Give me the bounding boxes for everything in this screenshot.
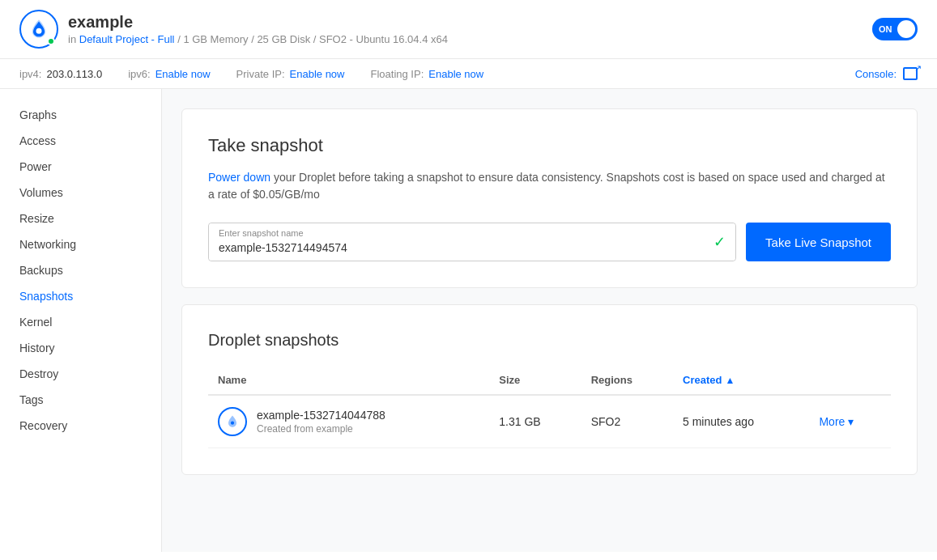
header-left: example in Default Project - Full / 1 GB… xyxy=(19,10,448,49)
ipv4-value: 203.0.113.0 xyxy=(46,68,102,80)
private-ip-item: Private IP: Enable now xyxy=(236,68,345,80)
console-icon: ↗ xyxy=(903,67,918,80)
project-link[interactable]: Default Project - Full xyxy=(79,33,175,45)
sidebar-item-recovery[interactable]: Recovery xyxy=(0,413,161,439)
floating-ip-enable-link[interactable]: Enable now xyxy=(428,68,483,80)
toggle-container: ON xyxy=(872,18,918,40)
sidebar-item-graphs[interactable]: Graphs xyxy=(0,102,161,128)
status-dot xyxy=(47,37,55,45)
console-link[interactable]: Console: ↗ xyxy=(855,67,918,80)
more-button[interactable]: More ▾ xyxy=(819,415,854,428)
sidebar-item-destroy[interactable]: Destroy xyxy=(0,361,161,387)
svg-point-1 xyxy=(231,422,234,425)
take-snapshot-card: Take snapshot Power down your Droplet be… xyxy=(181,108,918,288)
console-section: Console: ↗ xyxy=(855,67,918,80)
snapshot-regions: SFO2 xyxy=(581,395,673,448)
droplet-subtitle: in Default Project - Full / 1 GB Memory … xyxy=(68,33,448,45)
ipv6-item: ipv6: Enable now xyxy=(128,68,210,80)
snapshot-name-cell: example-1532714044788 Created from examp… xyxy=(208,395,489,448)
main-layout: Graphs Access Power Volumes Resize Netwo… xyxy=(0,89,937,552)
snapshot-input-label: Enter snapshot name xyxy=(219,228,304,238)
sort-arrow-icon: ▲ xyxy=(725,375,735,386)
sidebar-item-history[interactable]: History xyxy=(0,335,161,361)
table-row: example-1532714044788 Created from examp… xyxy=(208,395,891,448)
ipv4-label: ipv4: xyxy=(19,68,41,80)
sidebar-item-networking[interactable]: Networking xyxy=(0,231,161,257)
power-down-link[interactable]: Power down xyxy=(208,171,270,184)
power-toggle[interactable]: ON xyxy=(872,18,918,40)
sidebar-item-backups[interactable]: Backups xyxy=(0,257,161,283)
droplet-snapshots-title: Droplet snapshots xyxy=(208,331,891,350)
sidebar-item-volumes[interactable]: Volumes xyxy=(0,180,161,206)
svg-point-0 xyxy=(36,28,42,34)
toggle-label: ON xyxy=(879,24,892,34)
ipv6-label: ipv6: xyxy=(128,68,150,80)
sidebar-item-kernel[interactable]: Kernel xyxy=(0,309,161,335)
info-bar: ipv4: 203.0.113.0 ipv6: Enable now Priva… xyxy=(0,59,937,89)
droplet-snapshots-card: Droplet snapshots Name Size Regions Crea… xyxy=(181,304,918,475)
ipv6-enable-link[interactable]: Enable now xyxy=(155,68,211,80)
col-regions: Regions xyxy=(581,366,673,395)
snapshot-table: Name Size Regions Created ▲ xyxy=(208,366,891,448)
snapshot-size: 1.31 GB xyxy=(489,395,581,448)
col-actions xyxy=(809,366,891,395)
floating-ip-item: Floating IP: Enable now xyxy=(371,68,484,80)
snapshot-name: example-1532714044788 xyxy=(257,409,385,422)
take-snapshot-description: Power down your Droplet before taking a … xyxy=(208,169,891,203)
col-size: Size xyxy=(489,366,581,395)
snapshot-sub: Created from example xyxy=(257,423,385,435)
header-info: example in Default Project - Full / 1 GB… xyxy=(68,13,448,45)
sidebar-item-resize[interactable]: Resize xyxy=(0,206,161,231)
snapshot-input-row: Enter snapshot name ✓ Take Live Snapshot xyxy=(208,223,891,261)
snapshot-actions: More ▾ xyxy=(809,395,891,448)
ipv4-item: ipv4: 203.0.113.0 xyxy=(19,68,102,80)
top-header: example in Default Project - Full / 1 GB… xyxy=(0,0,937,59)
sidebar-item-snapshots[interactable]: Snapshots xyxy=(0,283,161,309)
sidebar-item-tags[interactable]: Tags xyxy=(0,387,161,413)
col-name: Name xyxy=(208,366,489,395)
sidebar-item-access[interactable]: Access xyxy=(0,128,161,154)
toggle-knob xyxy=(897,20,915,38)
sidebar-item-power[interactable]: Power xyxy=(0,154,161,180)
sidebar: Graphs Access Power Volumes Resize Netwo… xyxy=(0,89,162,552)
input-check-icon: ✓ xyxy=(713,233,726,251)
snapshot-table-body: example-1532714044788 Created from examp… xyxy=(208,395,891,448)
snapshot-input-wrapper: Enter snapshot name ✓ xyxy=(208,223,736,261)
take-snapshot-title: Take snapshot xyxy=(208,135,891,156)
snapshot-created: 5 minutes ago xyxy=(673,395,809,448)
col-created[interactable]: Created ▲ xyxy=(673,366,809,395)
droplet-name: example xyxy=(68,13,448,32)
private-ip-enable-link[interactable]: Enable now xyxy=(290,68,345,80)
droplet-avatar xyxy=(19,10,58,49)
table-header: Name Size Regions Created ▲ xyxy=(208,366,891,395)
private-ip-label: Private IP: xyxy=(236,68,285,80)
take-live-snapshot-button[interactable]: Take Live Snapshot xyxy=(746,223,891,261)
content-area: Take snapshot Power down your Droplet be… xyxy=(162,89,937,552)
floating-ip-label: Floating IP: xyxy=(371,68,424,80)
snapshot-icon xyxy=(218,407,247,436)
